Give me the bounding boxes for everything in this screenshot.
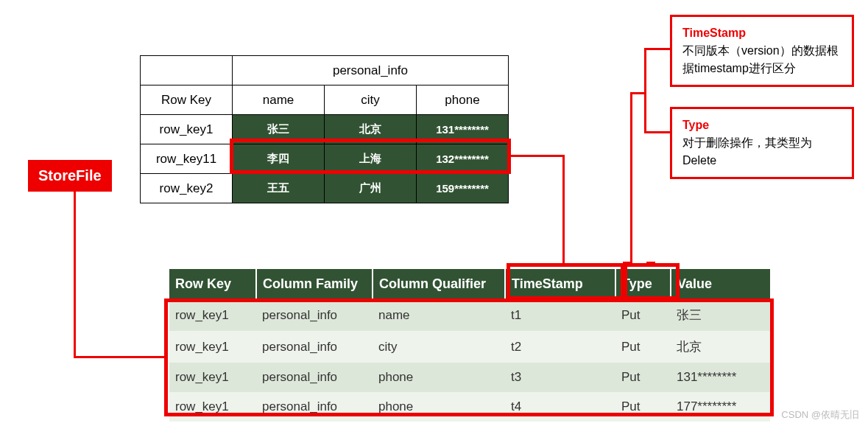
storefile-label: StoreFile (28, 160, 112, 192)
table-row: row_key2 王五 广州 159******** (141, 174, 509, 203)
callout-title: Type (682, 116, 841, 134)
table-row: row_key1 张三 北京 131******** (141, 115, 509, 144)
callout-desc: 对于删除操作，其类型为Delete (682, 134, 841, 170)
connector-line (630, 92, 646, 94)
connector-line (644, 48, 670, 50)
col-phone-header: phone (417, 85, 509, 115)
cell-phone: 159******** (417, 174, 509, 203)
cell-phone: 131******** (417, 115, 509, 144)
row-key-cell: row_key1 (141, 115, 233, 144)
cell-city: 北京 (325, 115, 417, 144)
connector-line (562, 155, 565, 264)
table-row: row_key11 李四 上海 132******** (141, 144, 509, 174)
col-city-header: city (325, 85, 417, 115)
highlight-type (624, 263, 680, 300)
cell-phone: 132******** (417, 144, 509, 174)
col-header-cq: Column Qualifier (373, 269, 505, 299)
cell-city: 上海 (325, 144, 417, 174)
callout-title: TimeStamp (682, 24, 841, 42)
col-header-value: Value (671, 269, 770, 299)
connector-line (644, 48, 646, 133)
logical-view-table: personal_info Row Key name city phone ro… (140, 55, 509, 203)
rowkey-header: Row Key (141, 85, 233, 115)
connector-line (644, 131, 670, 133)
callout-timestamp: TimeStamp 不同版本（version）的数据根据timestamp进行区… (670, 15, 854, 87)
callout-desc: 不同版本（version）的数据根据timestamp进行区分 (682, 42, 841, 77)
connector-line (630, 92, 632, 263)
row-key-cell: row_key11 (141, 144, 233, 174)
empty-cell (141, 56, 233, 85)
callout-type: Type 对于删除操作，其类型为Delete (670, 107, 854, 179)
col-header-rowkey: Row Key (169, 269, 256, 299)
col-name-header: name (233, 85, 325, 115)
cell-name: 张三 (233, 115, 325, 144)
highlight-timestamp (507, 263, 624, 300)
connector-line (74, 356, 164, 358)
row-key-cell: row_key2 (141, 174, 233, 203)
cell-city: 广州 (325, 174, 417, 203)
connector-line (74, 192, 76, 357)
highlight-body (164, 298, 774, 416)
cell-name: 李四 (233, 144, 325, 174)
col-header-cf: Column Family (256, 269, 373, 299)
column-family-header: personal_info (233, 56, 509, 85)
watermark: CSDN @依晴无旧 (781, 408, 859, 422)
connector-line (511, 155, 564, 157)
header-row: Row Key Column Family Column Qualifier T… (169, 269, 770, 299)
cell-name: 王五 (233, 174, 325, 203)
